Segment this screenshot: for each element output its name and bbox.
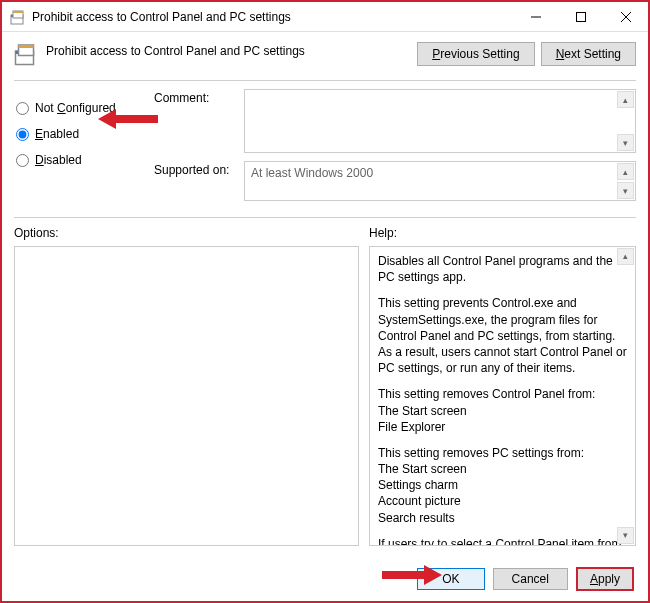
policy-icon <box>14 42 38 66</box>
help-text: This setting removes PC settings from: T… <box>378 445 627 526</box>
svg-rect-11 <box>19 45 34 48</box>
apply-button[interactable]: Apply <box>576 567 634 591</box>
ok-button[interactable]: OK <box>417 568 484 590</box>
toolbar: Prohibit access to Control Panel and PC … <box>2 32 648 72</box>
options-panel <box>14 246 359 546</box>
title-bar: Prohibit access to Control Panel and PC … <box>2 2 648 32</box>
state-radios: Not Configured Enabled Disabled <box>14 89 154 209</box>
previous-setting-button[interactable]: Previous Setting <box>417 42 534 66</box>
minimize-button[interactable] <box>513 2 558 31</box>
svg-rect-3 <box>13 11 23 13</box>
scroll-up-icon[interactable]: ▴ <box>617 163 634 180</box>
help-label: Help: <box>369 226 397 240</box>
radio-disabled[interactable]: Disabled <box>14 147 154 173</box>
dialog-buttons: OK Cancel Apply <box>417 567 634 591</box>
supported-label: Supported on: <box>154 161 244 201</box>
radio-enabled[interactable]: Enabled <box>14 121 154 147</box>
comment-textarea[interactable]: ▴ ▾ <box>244 89 636 153</box>
svg-rect-5 <box>576 12 585 21</box>
policy-title: Prohibit access to Control Panel and PC … <box>46 42 409 58</box>
supported-on-value: At least Windows 2000 <box>251 166 373 180</box>
maximize-button[interactable] <box>558 2 603 31</box>
close-button[interactable] <box>603 2 648 31</box>
help-panel: Disables all Control Panel programs and … <box>369 246 636 546</box>
comment-label: Comment: <box>154 89 244 153</box>
help-text: This setting removes Control Panel from:… <box>378 386 627 435</box>
window-buttons <box>513 2 648 31</box>
options-label: Options: <box>14 226 369 240</box>
window-title: Prohibit access to Control Panel and PC … <box>32 10 513 24</box>
cancel-button[interactable]: Cancel <box>493 568 568 590</box>
scroll-up-icon[interactable]: ▴ <box>617 91 634 108</box>
scroll-up-icon[interactable]: ▴ <box>617 248 634 265</box>
help-text: This setting prevents Control.exe and Sy… <box>378 295 627 376</box>
radio-not-configured[interactable]: Not Configured <box>14 95 154 121</box>
scroll-arrows: ▴ ▾ <box>617 91 634 151</box>
gpo-editor-window: Prohibit access to Control Panel and PC … <box>0 0 650 603</box>
scroll-down-icon[interactable]: ▾ <box>617 134 634 151</box>
supported-on-box: At least Windows 2000 ▴ ▾ <box>244 161 636 201</box>
scroll-down-icon[interactable]: ▾ <box>617 182 634 199</box>
next-setting-button[interactable]: Next Setting <box>541 42 636 66</box>
app-icon <box>10 9 26 25</box>
scroll-down-icon[interactable]: ▾ <box>617 527 634 544</box>
help-text: Disables all Control Panel programs and … <box>378 253 627 285</box>
help-text: If users try to select a Control Panel i… <box>378 536 627 546</box>
